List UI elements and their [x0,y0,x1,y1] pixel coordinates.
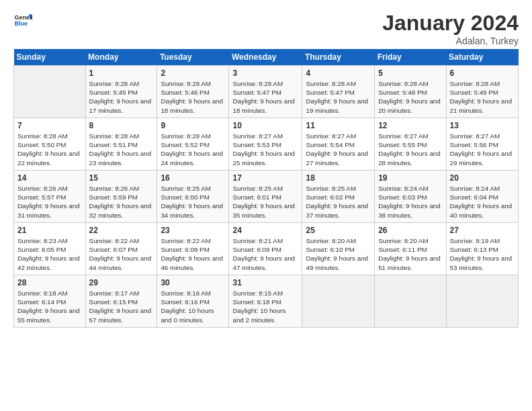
day-cell: 21Sunrise: 8:23 AM Sunset: 6:05 PM Dayli… [14,223,86,275]
day-number: 14 [17,173,82,183]
month-year-title: January 2024 [382,11,519,36]
day-cell: 2Sunrise: 8:28 AM Sunset: 5:46 PM Daylig… [157,66,229,118]
day-info: Sunrise: 8:28 AM Sunset: 5:49 PM Dayligh… [450,79,515,115]
day-info: Sunrise: 8:28 AM Sunset: 5:51 PM Dayligh… [89,132,154,167]
day-info: Sunrise: 8:28 AM Sunset: 5:46 PM Dayligh… [161,79,225,115]
day-info: Sunrise: 8:25 AM Sunset: 6:01 PM Dayligh… [232,184,298,220]
day-cell: 27Sunrise: 8:19 AM Sunset: 6:13 PM Dayli… [446,223,518,275]
day-cell: 22Sunrise: 8:22 AM Sunset: 6:07 PM Dayli… [85,223,157,275]
day-cell: 5Sunrise: 8:28 AM Sunset: 5:48 PM Daylig… [375,66,446,118]
day-cell [446,275,518,328]
day-info: Sunrise: 8:28 AM Sunset: 5:47 PM Dayligh… [232,79,298,115]
page-container: General Blue January 2024 Adalan, Turkey… [0,0,532,334]
day-number: 28 [17,278,82,287]
day-cell: 23Sunrise: 8:22 AM Sunset: 6:08 PM Dayli… [157,223,229,275]
svg-text:Blue: Blue [14,20,28,27]
day-info: Sunrise: 8:27 AM Sunset: 5:54 PM Dayligh… [306,132,371,167]
day-info: Sunrise: 8:20 AM Sunset: 6:10 PM Dayligh… [306,236,371,272]
col-header-friday: Friday [375,49,446,66]
day-number: 1 [89,68,154,78]
day-info: Sunrise: 8:27 AM Sunset: 5:53 PM Dayligh… [232,132,298,167]
day-cell: 15Sunrise: 8:26 AM Sunset: 5:59 PM Dayli… [85,171,157,223]
day-cell: 25Sunrise: 8:20 AM Sunset: 6:10 PM Dayli… [302,223,375,275]
day-number: 23 [161,226,225,235]
day-number: 2 [161,68,225,78]
day-cell: 12Sunrise: 8:27 AM Sunset: 5:55 PM Dayli… [375,118,446,171]
day-info: Sunrise: 8:17 AM Sunset: 6:15 PM Dayligh… [89,289,154,324]
day-cell: 11Sunrise: 8:27 AM Sunset: 5:54 PM Dayli… [302,118,375,171]
day-number: 9 [161,121,225,130]
day-cell: 14Sunrise: 8:26 AM Sunset: 5:57 PM Dayli… [14,171,86,223]
day-cell: 1Sunrise: 8:28 AM Sunset: 5:45 PM Daylig… [85,66,157,118]
day-cell [375,275,446,328]
day-number: 4 [306,68,371,78]
day-info: Sunrise: 8:18 AM Sunset: 6:14 PM Dayligh… [17,289,82,324]
day-info: Sunrise: 8:25 AM Sunset: 6:00 PM Dayligh… [161,184,225,220]
day-cell: 10Sunrise: 8:27 AM Sunset: 5:53 PM Dayli… [229,118,302,171]
col-header-thursday: Thursday [302,49,375,66]
col-header-sunday: Sunday [14,49,86,66]
day-cell: 9Sunrise: 8:28 AM Sunset: 5:52 PM Daylig… [157,118,229,171]
day-number: 29 [89,278,154,287]
day-number: 16 [161,173,225,183]
day-number: 20 [450,173,515,183]
day-cell: 26Sunrise: 8:20 AM Sunset: 6:11 PM Dayli… [375,223,446,275]
day-cell: 6Sunrise: 8:28 AM Sunset: 5:49 PM Daylig… [446,66,518,118]
day-cell: 20Sunrise: 8:24 AM Sunset: 6:04 PM Dayli… [446,171,518,223]
day-number: 12 [378,121,442,130]
header: General Blue January 2024 Adalan, Turkey [13,11,519,46]
day-info: Sunrise: 8:20 AM Sunset: 6:11 PM Dayligh… [378,236,442,272]
day-cell: 29Sunrise: 8:17 AM Sunset: 6:15 PM Dayli… [85,275,157,328]
day-info: Sunrise: 8:28 AM Sunset: 5:45 PM Dayligh… [89,79,154,115]
week-row-4: 21Sunrise: 8:23 AM Sunset: 6:05 PM Dayli… [14,223,519,275]
calendar-table: SundayMondayTuesdayWednesdayThursdayFrid… [13,49,519,328]
day-cell: 4Sunrise: 8:28 AM Sunset: 5:47 PM Daylig… [302,66,375,118]
day-number: 22 [89,226,154,235]
logo-icon: General Blue [13,11,32,30]
day-number: 18 [306,173,371,183]
day-info: Sunrise: 8:28 AM Sunset: 5:48 PM Dayligh… [378,79,442,115]
day-info: Sunrise: 8:28 AM Sunset: 5:52 PM Dayligh… [161,132,225,167]
day-info: Sunrise: 8:28 AM Sunset: 5:50 PM Dayligh… [17,132,82,167]
day-cell: 24Sunrise: 8:21 AM Sunset: 6:09 PM Dayli… [229,223,302,275]
day-number: 27 [450,226,515,235]
day-number: 24 [232,226,298,235]
day-cell: 3Sunrise: 8:28 AM Sunset: 5:47 PM Daylig… [229,66,302,118]
day-cell: 18Sunrise: 8:25 AM Sunset: 6:02 PM Dayli… [302,171,375,223]
day-info: Sunrise: 8:19 AM Sunset: 6:13 PM Dayligh… [450,236,515,272]
col-header-saturday: Saturday [446,49,518,66]
day-number: 30 [161,278,225,287]
location-subtitle: Adalan, Turkey [382,36,519,46]
calendar-header-row: SundayMondayTuesdayWednesdayThursdayFrid… [14,49,519,66]
day-info: Sunrise: 8:27 AM Sunset: 5:55 PM Dayligh… [378,132,442,167]
week-row-1: 1Sunrise: 8:28 AM Sunset: 5:45 PM Daylig… [14,66,519,118]
day-number: 21 [17,226,82,235]
day-number: 26 [378,226,442,235]
day-number: 6 [450,68,515,78]
day-cell: 8Sunrise: 8:28 AM Sunset: 5:51 PM Daylig… [85,118,157,171]
day-info: Sunrise: 8:21 AM Sunset: 6:09 PM Dayligh… [232,236,298,272]
day-number: 8 [89,121,154,130]
day-number: 25 [306,226,371,235]
day-cell: 30Sunrise: 8:16 AM Sunset: 6:16 PM Dayli… [157,275,229,328]
day-info: Sunrise: 8:26 AM Sunset: 5:59 PM Dayligh… [89,184,154,220]
col-header-tuesday: Tuesday [157,49,229,66]
day-number: 7 [17,121,82,130]
day-info: Sunrise: 8:15 AM Sunset: 6:18 PM Dayligh… [232,289,298,324]
day-info: Sunrise: 8:23 AM Sunset: 6:05 PM Dayligh… [17,236,82,272]
day-cell [14,66,86,118]
day-number: 10 [232,121,298,130]
day-cell: 13Sunrise: 8:27 AM Sunset: 5:56 PM Dayli… [446,118,518,171]
day-cell: 28Sunrise: 8:18 AM Sunset: 6:14 PM Dayli… [14,275,86,328]
day-number: 13 [450,121,515,130]
day-cell: 31Sunrise: 8:15 AM Sunset: 6:18 PM Dayli… [229,275,302,328]
day-number: 5 [378,68,442,78]
day-number: 3 [232,68,298,78]
day-cell: 17Sunrise: 8:25 AM Sunset: 6:01 PM Dayli… [229,171,302,223]
day-info: Sunrise: 8:22 AM Sunset: 6:08 PM Dayligh… [161,236,225,272]
day-cell: 7Sunrise: 8:28 AM Sunset: 5:50 PM Daylig… [14,118,86,171]
week-row-3: 14Sunrise: 8:26 AM Sunset: 5:57 PM Dayli… [14,171,519,223]
day-number: 15 [89,173,154,183]
day-cell: 16Sunrise: 8:25 AM Sunset: 6:00 PM Dayli… [157,171,229,223]
day-info: Sunrise: 8:27 AM Sunset: 5:56 PM Dayligh… [450,132,515,167]
